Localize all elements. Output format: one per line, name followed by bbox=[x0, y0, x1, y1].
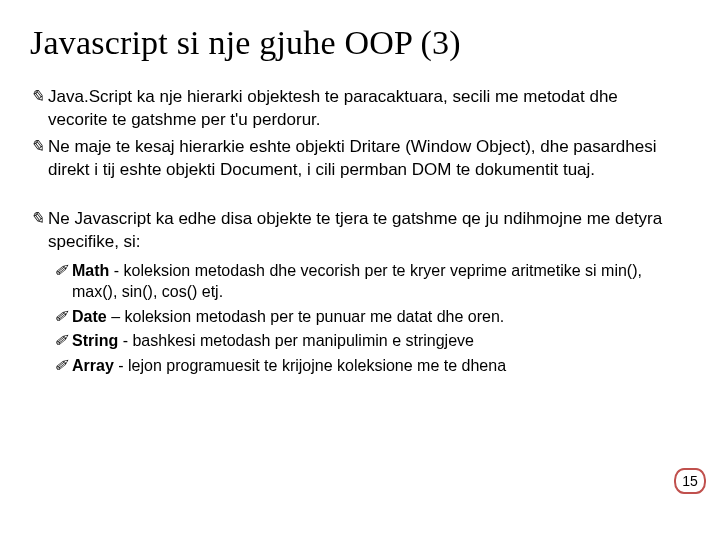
sub-bold: Math bbox=[72, 262, 109, 279]
bullet-text: Ne maje te kesaj hierarkie eshte objekti… bbox=[48, 136, 680, 182]
bullet-item: ✎ Ne maje te kesaj hierarkie eshte objek… bbox=[30, 136, 680, 182]
pencil-icon: ✐ bbox=[54, 306, 72, 328]
slide-title: Javascript si nje gjuhe OOP (3) bbox=[30, 24, 680, 62]
bullet-item: ✎ Ne Javascript ka edhe disa objekte te … bbox=[30, 208, 680, 254]
spacer bbox=[30, 186, 680, 208]
pencil-icon: ✐ bbox=[54, 330, 72, 352]
pencil-icon: ✐ bbox=[54, 355, 72, 377]
sub-item: ✐ Math - koleksion metodash dhe vecorish… bbox=[54, 260, 680, 303]
bullet-text: Ne Javascript ka edhe disa objekte te tj… bbox=[48, 208, 680, 254]
sub-text: String - bashkesi metodash per manipulim… bbox=[72, 330, 680, 352]
scribble-icon: ✎ bbox=[30, 208, 48, 231]
slide: Javascript si nje gjuhe OOP (3) ✎ Java.S… bbox=[0, 0, 720, 540]
sub-text: Math - koleksion metodash dhe vecorish p… bbox=[72, 260, 680, 303]
scribble-icon: ✎ bbox=[30, 136, 48, 159]
sub-item: ✐ Array - lejon programuesit te krijojne… bbox=[54, 355, 680, 377]
bullet-item: ✎ Java.Script ka nje hierarki objektesh … bbox=[30, 86, 680, 132]
sub-rest: – koleksion metodash per te punuar me da… bbox=[107, 308, 505, 325]
scribble-icon: ✎ bbox=[30, 86, 48, 109]
sub-text: Date – koleksion metodash per te punuar … bbox=[72, 306, 680, 328]
sub-bold: Date bbox=[72, 308, 107, 325]
sub-item: ✐ Date – koleksion metodash per te punua… bbox=[54, 306, 680, 328]
bullet-list-2: ✎ Ne Javascript ka edhe disa objekte te … bbox=[30, 208, 680, 254]
sub-rest: - bashkesi metodash per manipulimin e st… bbox=[118, 332, 474, 349]
sub-item: ✐ String - bashkesi metodash per manipul… bbox=[54, 330, 680, 352]
sub-rest: - lejon programuesit te krijojne koleksi… bbox=[114, 357, 506, 374]
bullet-list-1: ✎ Java.Script ka nje hierarki objektesh … bbox=[30, 86, 680, 182]
bullet-text: Java.Script ka nje hierarki objektesh te… bbox=[48, 86, 680, 132]
page-number-badge: 15 bbox=[674, 468, 706, 494]
sub-text: Array - lejon programuesit te krijojne k… bbox=[72, 355, 680, 377]
sub-bullet-list: ✐ Math - koleksion metodash dhe vecorish… bbox=[54, 260, 680, 377]
sub-bold: Array bbox=[72, 357, 114, 374]
sub-bold: String bbox=[72, 332, 118, 349]
sub-rest: - koleksion metodash dhe vecorish per te… bbox=[72, 262, 642, 301]
pencil-icon: ✐ bbox=[54, 260, 72, 282]
